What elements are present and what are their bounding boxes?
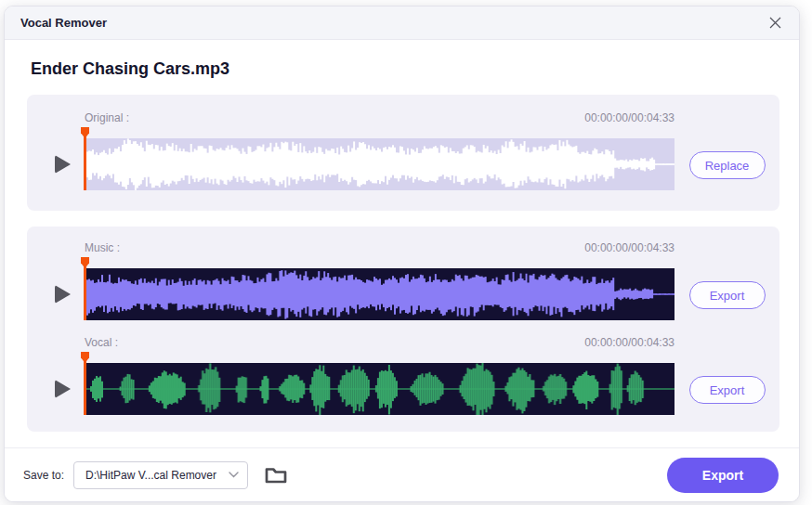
dialog-content: Ender Chasing Cars.mp3 Original : 00:00:… [5,40,799,447]
music-waveform[interactable] [85,268,674,320]
original-row: Original : 00:00:00/00:04:33 Replace [27,111,779,190]
save-path-select[interactable]: D:\HitPaw V...cal Remover [73,461,248,489]
vocal-remover-dialog: Vocal Remover Ender Chasing Cars.mp3 Ori… [4,6,800,502]
folder-icon[interactable] [265,466,287,485]
play-vocal-button[interactable] [55,380,71,398]
replace-button[interactable]: Replace [689,151,766,179]
vocal-waveform[interactable] [85,363,674,415]
page-title: Ender Chasing Cars.mp3 [31,58,777,80]
dialog-title: Vocal Remover [20,16,107,30]
vocal-row: Vocal : 00:00:00/00:04:33 Export [27,336,779,415]
play-original-button[interactable] [55,155,71,174]
music-label: Music : [85,241,120,255]
vocal-timestamp: 00:00:00/00:04:33 [584,336,674,350]
music-row: Music : 00:00:00/00:04:33 Export [27,241,779,320]
titlebar: Vocal Remover [5,6,799,40]
vocal-label: Vocal : [85,336,118,350]
original-waveform[interactable] [85,138,674,190]
export-vocal-button[interactable]: Export [689,376,766,404]
play-music-button[interactable] [55,285,71,304]
save-path-value: D:\HitPaw V...cal Remover [85,469,229,482]
original-timestamp: 00:00:00/00:04:33 [584,111,674,125]
save-to-label: Save to: [23,469,64,482]
results-card: Music : 00:00:00/00:04:33 Export [27,227,779,432]
export-music-button[interactable]: Export [689,281,766,309]
music-timestamp: 00:00:00/00:04:33 [584,241,674,255]
original-card: Original : 00:00:00/00:04:33 Replace [27,95,779,211]
close-icon[interactable] [762,10,788,36]
export-button[interactable]: Export [667,458,779,493]
footer-bar: Save to: D:\HitPaw V...cal Remover Expor… [5,447,799,501]
chevron-down-icon [229,472,239,478]
original-label: Original : [85,111,129,125]
